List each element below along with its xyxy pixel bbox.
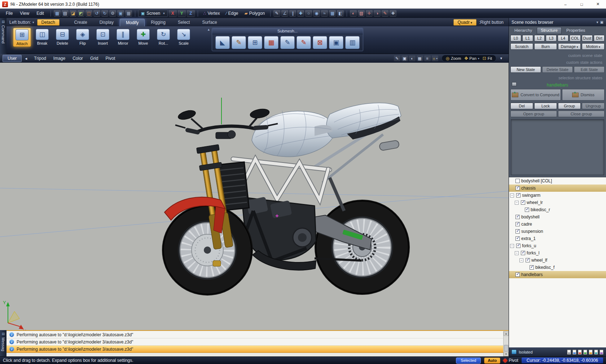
node-checkbox[interactable] (516, 193, 521, 197)
panel-dock-icon[interactable]: ▣ (600, 20, 603, 24)
bone-icon[interactable]: ✛ (366, 10, 373, 17)
burn-button[interactable]: Burn (534, 43, 557, 50)
measure-icon[interactable]: ∠ (281, 10, 288, 17)
node-checkbox[interactable] (515, 179, 520, 183)
brush-icon[interactable]: ✎ (232, 36, 246, 49)
wireframe-icon[interactable]: ✎ (394, 56, 400, 61)
node-checkbox[interactable] (521, 200, 525, 205)
grid-toggle-icon[interactable]: ▦ (125, 10, 132, 17)
node-checkbox[interactable] (521, 251, 525, 255)
edge-mode-button[interactable]: ∕Edge (223, 10, 241, 17)
log-entry[interactable]: i Performing autosave to "d:\logiciel\zm… (6, 346, 503, 353)
tab-modify[interactable]: Modify (120, 19, 145, 26)
tree-node[interactable]: handlebars (509, 271, 606, 278)
vertex-mode-button[interactable]: ∴Vertex (201, 10, 223, 17)
tab-create[interactable]: Create (68, 18, 93, 26)
maximize-button[interactable]: □ (574, 0, 590, 9)
3d-viewport[interactable]: Y X (0, 63, 509, 330)
polygon-mode-button[interactable]: ▰Polygon (242, 10, 268, 17)
stats-icon[interactable]: ▥ (345, 36, 360, 49)
node-checkbox[interactable] (515, 186, 520, 190)
undo-icon[interactable]: ↺ (93, 10, 100, 17)
expander-icon[interactable] (519, 258, 523, 262)
selected-toggle[interactable]: Selected (456, 358, 481, 364)
tab-rigging[interactable]: Rigging (145, 18, 172, 26)
viewport-menu-item[interactable]: Tripod (30, 55, 50, 62)
wedge-icon[interactable]: ◣ (215, 36, 230, 49)
palette-icon[interactable]: ❖ (390, 10, 396, 17)
close-group-button[interactable]: Close group (558, 111, 605, 117)
group-button[interactable]: Group (558, 103, 581, 109)
curve-icon[interactable]: ≈ (321, 10, 328, 17)
node-checkbox[interactable] (515, 222, 520, 226)
texture-icon[interactable]: ▧ (358, 10, 365, 17)
tree-node[interactable]: suspension (509, 228, 606, 235)
menu-item[interactable]: Edit (33, 10, 48, 17)
zoom-control[interactable]: ◎Zoom (446, 56, 461, 61)
pivot-toggle[interactable]: Pivot (504, 358, 518, 363)
dismiss-button[interactable]: Dismiss (562, 89, 605, 101)
log-entry[interactable]: i Performing autosave to "d:\logiciel\zm… (6, 331, 503, 338)
submesh-group-title[interactable]: Submesh... (212, 28, 363, 34)
tree-node[interactable]: swingarm (509, 192, 606, 199)
convert-to-compound-button[interactable]: Convert to Compound (510, 89, 561, 101)
tab-hierarchy[interactable]: Hierarchy (510, 27, 536, 34)
settings-gear-icon[interactable]: ⚙ (109, 10, 116, 17)
scrollbar-thumb[interactable] (504, 345, 508, 351)
command-panel-tab[interactable]: ▤ Command (0, 18, 6, 54)
node-checkbox[interactable] (525, 208, 529, 212)
node-checkbox[interactable] (515, 229, 520, 234)
morph-icon[interactable]: ◑ (374, 10, 381, 17)
detach-mode-chip[interactable]: Detach (37, 19, 60, 26)
damage-button[interactable]: Damage (558, 43, 581, 50)
edit-state-button[interactable]: Edit State (574, 66, 605, 73)
tab-structure[interactable]: Structure (537, 27, 562, 34)
left-button-dropdown[interactable]: Left button: (9, 20, 34, 25)
uv-detach-icon[interactable]: ▦ (264, 36, 278, 49)
lock-button[interactable]: Lock (534, 103, 557, 109)
attach-tool-button[interactable]: ⊞ Attach (13, 28, 31, 47)
axis-x-button[interactable]: X (169, 10, 177, 17)
level-l3-button[interactable]: L3 (546, 35, 557, 41)
snap-icon[interactable]: ✚ (297, 10, 304, 17)
tab-display[interactable]: Display (93, 18, 120, 26)
mesh-icon[interactable]: ▦ (329, 10, 336, 17)
axis-z-button[interactable]: Z (187, 10, 195, 17)
log-entry[interactable]: i Performing autosave to "d:\logiciel\zm… (6, 338, 503, 346)
scratch-button[interactable]: Scratch (510, 43, 533, 50)
ungroup-button[interactable]: Ungroup (582, 103, 605, 109)
move-tool-button[interactable]: ✚ Move (134, 28, 152, 47)
fit-control[interactable]: ⊡Fit (483, 56, 492, 61)
motion-button[interactable]: Motion (582, 43, 605, 50)
tab-surface[interactable]: Surface (196, 18, 223, 26)
close-button[interactable]: ✕ (590, 0, 606, 9)
rotate-tool-button[interactable]: ↻ Rot... (154, 28, 172, 47)
viewport-menu-item[interactable]: Pivot (102, 55, 119, 62)
state-doc-icon[interactable] (578, 350, 582, 355)
tab-select[interactable]: Select (172, 18, 196, 26)
edit-mesh-icon[interactable]: ✎ (280, 36, 295, 49)
tree-node[interactable]: wheel_lf (509, 257, 606, 264)
tree-node[interactable]: cadre (509, 221, 606, 228)
import-icon[interactable]: ◩ (78, 10, 84, 17)
viewport-menu-item[interactable]: Color (69, 55, 87, 62)
viewport-menu-item[interactable]: Grid (87, 55, 102, 62)
collapse-group-icon[interactable]: ▲ (207, 28, 210, 31)
tree-node[interactable]: wheel_lr (509, 199, 606, 206)
expander-icon[interactable] (510, 194, 514, 197)
pan-control[interactable]: ✥Pan (464, 56, 479, 61)
tree-node[interactable]: bodyshell [COL] (509, 177, 606, 185)
level-dirt-button[interactable]: Dirt (594, 35, 605, 41)
node-checkbox[interactable] (515, 272, 520, 277)
expander-icon[interactable] (515, 251, 519, 255)
scroll-up-icon[interactable]: ▲ (504, 331, 509, 336)
columns-icon[interactable]: ∥ (289, 10, 296, 17)
mirror-tool-button[interactable]: ∥ Mirror (114, 28, 132, 47)
node-checkbox[interactable] (515, 236, 520, 241)
menu-item[interactable]: File (2, 10, 16, 17)
viewport-menu-item[interactable]: Image (50, 55, 69, 62)
tree-node[interactable]: extra_1 (509, 235, 606, 242)
more-options-icon[interactable]: ▼ (498, 57, 505, 60)
box-wrap-icon[interactable]: ▣ (329, 36, 343, 49)
state-doc-icon[interactable] (567, 350, 571, 355)
